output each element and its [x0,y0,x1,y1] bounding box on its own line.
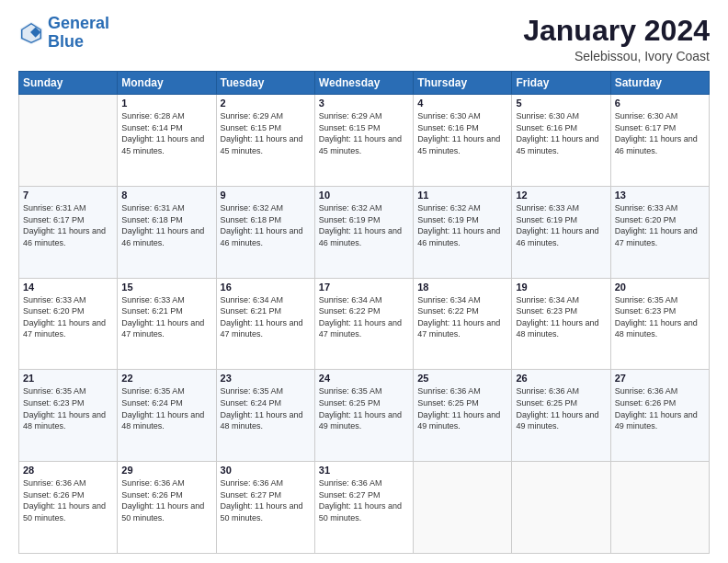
day-number: 29 [121,465,211,476]
day-number: 15 [121,282,211,293]
day-detail: Sunrise: 6:34 AMSunset: 6:21 PMDaylight:… [221,294,311,340]
calendar-day-cell: 16 Sunrise: 6:34 AMSunset: 6:21 PMDaylig… [216,278,314,370]
day-detail: Sunrise: 6:36 AMSunset: 6:25 PMDaylight:… [417,385,507,431]
calendar-day-cell: 20 Sunrise: 6:35 AMSunset: 6:23 PMDaylig… [610,278,709,370]
calendar-day-cell: 6 Sunrise: 6:30 AMSunset: 6:17 PMDayligh… [610,95,709,187]
day-number: 31 [319,465,409,476]
calendar-day-cell: 15 Sunrise: 6:33 AMSunset: 6:21 PMDaylig… [118,278,216,370]
day-number: 19 [516,282,606,293]
day-number: 9 [221,190,311,201]
calendar-day-cell: 18 Sunrise: 6:34 AMSunset: 6:22 PMDaylig… [414,278,512,370]
calendar-day-cell: 11 Sunrise: 6:32 AMSunset: 6:19 PMDaylig… [414,186,512,278]
calendar-day-cell: 30 Sunrise: 6:36 AMSunset: 6:27 PMDaylig… [216,462,314,554]
day-detail: Sunrise: 6:31 AMSunset: 6:17 PMDaylight:… [23,202,113,248]
day-detail: Sunrise: 6:35 AMSunset: 6:25 PMDaylight:… [319,385,409,431]
calendar-week-row: 21 Sunrise: 6:35 AMSunset: 6:23 PMDaylig… [19,370,710,462]
day-detail: Sunrise: 6:32 AMSunset: 6:19 PMDaylight:… [319,202,409,248]
day-detail: Sunrise: 6:35 AMSunset: 6:24 PMDaylight:… [221,385,311,431]
day-header: Friday [512,72,610,95]
calendar-day-cell: 8 Sunrise: 6:31 AMSunset: 6:18 PMDayligh… [118,186,216,278]
calendar-day-cell [414,462,512,554]
day-header: Wednesday [314,72,413,95]
day-detail: Sunrise: 6:36 AMSunset: 6:27 PMDaylight:… [221,477,311,523]
day-number: 21 [23,373,113,384]
day-number: 13 [615,190,705,201]
day-number: 25 [417,373,507,384]
logo-icon [18,20,44,46]
day-detail: Sunrise: 6:30 AMSunset: 6:17 PMDaylight:… [615,110,705,156]
day-number: 6 [615,98,705,109]
calendar-day-cell: 28 Sunrise: 6:36 AMSunset: 6:26 PMDaylig… [19,462,118,554]
header: General Blue January 2024 Selebissou, Iv… [18,15,710,63]
day-detail: Sunrise: 6:30 AMSunset: 6:16 PMDaylight:… [516,110,606,156]
day-detail: Sunrise: 6:36 AMSunset: 6:27 PMDaylight:… [319,477,409,523]
calendar-day-cell: 2 Sunrise: 6:29 AMSunset: 6:15 PMDayligh… [216,95,314,187]
day-number: 30 [221,465,311,476]
day-detail: Sunrise: 6:33 AMSunset: 6:19 PMDaylight:… [516,202,606,248]
day-number: 26 [516,373,606,384]
calendar-day-cell: 10 Sunrise: 6:32 AMSunset: 6:19 PMDaylig… [314,186,413,278]
calendar-day-cell: 23 Sunrise: 6:35 AMSunset: 6:24 PMDaylig… [216,370,314,462]
calendar-day-cell: 5 Sunrise: 6:30 AMSunset: 6:16 PMDayligh… [512,95,610,187]
day-number: 3 [319,98,409,109]
calendar-header-row: SundayMondayTuesdayWednesdayThursdayFrid… [19,72,710,95]
day-detail: Sunrise: 6:29 AMSunset: 6:15 PMDaylight:… [319,110,409,156]
day-detail: Sunrise: 6:35 AMSunset: 6:23 PMDaylight:… [23,385,113,431]
day-number: 5 [516,98,606,109]
day-number: 24 [319,373,409,384]
day-number: 16 [221,282,311,293]
day-number: 28 [23,465,113,476]
day-detail: Sunrise: 6:34 AMSunset: 6:23 PMDaylight:… [516,294,606,340]
calendar-week-row: 7 Sunrise: 6:31 AMSunset: 6:17 PMDayligh… [19,186,710,278]
day-header: Thursday [414,72,512,95]
day-detail: Sunrise: 6:33 AMSunset: 6:20 PMDaylight:… [615,202,705,248]
calendar-day-cell: 4 Sunrise: 6:30 AMSunset: 6:16 PMDayligh… [414,95,512,187]
calendar-day-cell: 31 Sunrise: 6:36 AMSunset: 6:27 PMDaylig… [314,462,413,554]
logo-line1: General [48,14,109,32]
day-detail: Sunrise: 6:33 AMSunset: 6:21 PMDaylight:… [121,294,211,340]
day-detail: Sunrise: 6:36 AMSunset: 6:25 PMDaylight:… [516,385,606,431]
calendar-day-cell: 13 Sunrise: 6:33 AMSunset: 6:20 PMDaylig… [610,186,709,278]
calendar-day-cell: 14 Sunrise: 6:33 AMSunset: 6:20 PMDaylig… [19,278,118,370]
day-number: 10 [319,190,409,201]
calendar-day-cell: 17 Sunrise: 6:34 AMSunset: 6:22 PMDaylig… [314,278,413,370]
day-number: 20 [615,282,705,293]
day-detail: Sunrise: 6:31 AMSunset: 6:18 PMDaylight:… [121,202,211,248]
calendar-day-cell: 9 Sunrise: 6:32 AMSunset: 6:18 PMDayligh… [216,186,314,278]
calendar-table: SundayMondayTuesdayWednesdayThursdayFrid… [18,71,710,554]
day-header: Monday [118,72,216,95]
day-header: Tuesday [216,72,314,95]
day-detail: Sunrise: 6:29 AMSunset: 6:15 PMDaylight:… [221,110,311,156]
calendar-day-cell: 12 Sunrise: 6:33 AMSunset: 6:19 PMDaylig… [512,186,610,278]
calendar-day-cell: 24 Sunrise: 6:35 AMSunset: 6:25 PMDaylig… [314,370,413,462]
day-number: 11 [417,190,507,201]
day-number: 12 [516,190,606,201]
day-number: 7 [23,190,113,201]
day-detail: Sunrise: 6:28 AMSunset: 6:14 PMDaylight:… [121,110,211,156]
day-number: 17 [319,282,409,293]
logo: General Blue [18,15,109,52]
day-number: 14 [23,282,113,293]
calendar-day-cell: 29 Sunrise: 6:36 AMSunset: 6:26 PMDaylig… [118,462,216,554]
day-number: 18 [417,282,507,293]
calendar-week-row: 14 Sunrise: 6:33 AMSunset: 6:20 PMDaylig… [19,278,710,370]
calendar-day-cell [512,462,610,554]
calendar-day-cell: 21 Sunrise: 6:35 AMSunset: 6:23 PMDaylig… [19,370,118,462]
day-number: 2 [221,98,311,109]
day-number: 23 [221,373,311,384]
calendar-week-row: 1 Sunrise: 6:28 AMSunset: 6:14 PMDayligh… [19,95,710,187]
day-detail: Sunrise: 6:33 AMSunset: 6:20 PMDaylight:… [23,294,113,340]
calendar-day-cell: 26 Sunrise: 6:36 AMSunset: 6:25 PMDaylig… [512,370,610,462]
day-detail: Sunrise: 6:35 AMSunset: 6:23 PMDaylight:… [615,294,705,340]
subtitle: Selebissou, Ivory Coast [523,49,710,63]
calendar-day-cell: 19 Sunrise: 6:34 AMSunset: 6:23 PMDaylig… [512,278,610,370]
calendar-day-cell [610,462,709,554]
calendar-day-cell [19,95,118,187]
day-header: Saturday [610,72,709,95]
day-detail: Sunrise: 6:32 AMSunset: 6:19 PMDaylight:… [417,202,507,248]
day-detail: Sunrise: 6:30 AMSunset: 6:16 PMDaylight:… [417,110,507,156]
day-number: 4 [417,98,507,109]
calendar-day-cell: 3 Sunrise: 6:29 AMSunset: 6:15 PMDayligh… [314,95,413,187]
logo-line2: Blue [48,32,84,51]
day-number: 1 [121,98,211,109]
